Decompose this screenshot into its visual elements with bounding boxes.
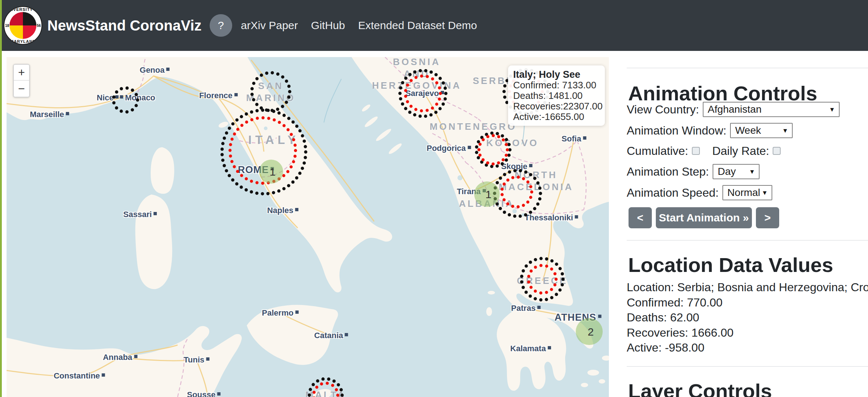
umd-logo-text-bottom: MARYLAND bbox=[4, 39, 41, 44]
view-country-row: View Country: Afghanistan ▼ bbox=[627, 101, 840, 117]
city-marker-icon bbox=[102, 373, 105, 377]
city-marker-icon bbox=[598, 315, 602, 318]
zoom-in-button[interactable]: + bbox=[14, 65, 29, 81]
country-label-montenegro: MONTENEGRO bbox=[429, 121, 516, 133]
cumulative-checkbox[interactable] bbox=[692, 147, 700, 155]
tooltip-line: Deaths: 1481.00 bbox=[513, 91, 600, 101]
daily-rate-label: Daily Rate: bbox=[712, 144, 769, 158]
city-label-sofia: Sofia bbox=[562, 134, 586, 144]
animation-speed-label: Animation Speed: bbox=[627, 186, 719, 200]
panel-divider bbox=[627, 240, 868, 241]
city-marker-icon bbox=[483, 189, 486, 192]
animation-speed-value[interactable]: Normal bbox=[722, 185, 772, 200]
tooltip-title: Italy; Holy See bbox=[513, 69, 600, 80]
umd-logo-text-top: UNIVERSITY OF bbox=[4, 7, 41, 12]
city-label-sousse: Sousse bbox=[187, 390, 221, 397]
country-label-albania: ALBANIA bbox=[459, 198, 514, 210]
help-button[interactable]: ? bbox=[210, 14, 232, 37]
country-label-kosovo: KOSOVO bbox=[486, 137, 539, 149]
city-label-thessaloniki: Thessaloniki bbox=[524, 213, 578, 222]
city-label-naples: Naples bbox=[267, 206, 298, 215]
city-label-rome: ROME bbox=[238, 164, 274, 176]
location-data-line: Location: Serbia; Bosnia and Herzegovina… bbox=[627, 280, 868, 295]
city-marker-icon bbox=[134, 355, 137, 358]
animation-step-label: Animation Step: bbox=[627, 165, 709, 179]
country-label-greece: GREECE bbox=[517, 275, 568, 287]
city-marker-icon bbox=[295, 208, 298, 211]
step-back-button[interactable]: < bbox=[629, 207, 652, 228]
city-marker-icon bbox=[154, 212, 157, 215]
city-marker-icon bbox=[234, 93, 238, 96]
city-label-palermo: Palermo bbox=[262, 308, 299, 318]
city-label-kalamata: Kalamata bbox=[510, 344, 551, 353]
nav-link-github[interactable]: GitHub bbox=[311, 19, 345, 32]
daily-rate-checkbox[interactable] bbox=[773, 147, 781, 155]
city-label-podgorica: Podgorica bbox=[427, 144, 471, 153]
city-label-sassari: Sassari bbox=[123, 210, 157, 219]
view-country-label: View Country: bbox=[627, 103, 699, 116]
animation-window-row: Animation Window: Week ▼ bbox=[627, 123, 793, 139]
city-marker-icon bbox=[468, 146, 471, 149]
animation-window-select[interactable]: Week ▼ bbox=[730, 123, 793, 138]
location-data-values: Location: Serbia; Bosnia and Herzegovina… bbox=[627, 280, 868, 356]
panel-divider bbox=[627, 366, 868, 367]
country-label-bosnia-and-herzegovina: BOSNIAANDHERZEGOVINA bbox=[372, 57, 461, 92]
nav-link-arxiv-paper[interactable]: arXiv Paper bbox=[241, 19, 298, 32]
panel-divider bbox=[627, 68, 868, 68]
city-marker-icon bbox=[529, 164, 532, 167]
city-label-tunis: Tunis bbox=[183, 355, 209, 365]
view-country-value[interactable]: Afghanistan bbox=[703, 102, 840, 117]
city-marker-icon bbox=[115, 95, 119, 99]
umd-logo: UNIVERSITY OF 18 56 MARYLAND bbox=[4, 6, 42, 45]
tooltip-line: Active:-16655.00 bbox=[513, 112, 600, 122]
location-data-line: Deaths: 62.00 bbox=[627, 310, 868, 325]
city-marker-icon bbox=[206, 357, 210, 361]
animation-step-select[interactable]: Day ▼ bbox=[713, 164, 760, 179]
city-label-annaba: Annaba bbox=[103, 353, 138, 362]
animation-window-value[interactable]: Week bbox=[730, 123, 793, 138]
map-hover-tooltip: Italy; Holy See Confirmed: 7133.00Deaths… bbox=[508, 65, 605, 126]
tooltip-line: Recoveries:22307.00 bbox=[513, 101, 600, 112]
start-animation-button[interactable]: Start Animation » bbox=[656, 207, 752, 228]
map-viewport[interactable]: GenoaNiceMonacoMarseilleFlorenceROMESass… bbox=[7, 57, 609, 397]
left-accent-stripe bbox=[0, 0, 2, 397]
nav-link-extended-dataset-demo[interactable]: Extended Dataset Demo bbox=[358, 19, 477, 32]
country-label-malta: MALTA bbox=[305, 389, 346, 397]
city-marker-icon bbox=[271, 167, 274, 171]
country-label-italy: ITALY bbox=[248, 132, 299, 147]
animation-window-label: Animation Window: bbox=[627, 124, 726, 137]
umd-logo-year-left: 18 bbox=[5, 24, 9, 28]
location-data-line: Confirmed: 770.00 bbox=[627, 295, 868, 310]
animation-step-value[interactable]: Day bbox=[713, 164, 760, 179]
animation-speed-select[interactable]: Normal ▼ bbox=[722, 185, 772, 200]
control-panel: Animation Controls View Country: Afghani… bbox=[619, 51, 868, 397]
city-label-florence: Florence bbox=[199, 91, 238, 100]
city-label-tirana: Tirana bbox=[457, 187, 486, 196]
city-marker-icon bbox=[538, 306, 541, 309]
city-label-nice: Nice bbox=[97, 93, 119, 103]
layer-controls-title: Layer Controls bbox=[628, 379, 772, 397]
city-label-athens: ATHENS bbox=[554, 312, 601, 323]
city-marker-icon bbox=[66, 112, 69, 115]
city-marker-icon bbox=[166, 68, 170, 71]
step-forward-button[interactable]: > bbox=[756, 207, 779, 228]
nav-links: arXiv PaperGitHubExtended Dataset Demo bbox=[241, 19, 477, 32]
umd-logo-seal bbox=[9, 12, 36, 39]
app-title: NewsStand CoronaViz bbox=[47, 17, 202, 34]
zoom-out-button[interactable]: − bbox=[14, 81, 29, 97]
city-label-patras: Patras bbox=[511, 304, 540, 313]
cumulative-label: Cumulative: bbox=[627, 144, 688, 158]
view-country-select[interactable]: Afghanistan ▼ bbox=[703, 102, 840, 117]
tooltip-line: Confirmed: 7133.00 bbox=[513, 80, 600, 91]
city-marker-icon bbox=[575, 215, 578, 218]
city-marker-icon bbox=[583, 136, 586, 140]
location-data-title: Location Data Values bbox=[628, 253, 833, 277]
city-marker-icon bbox=[295, 310, 298, 314]
city-marker-icon bbox=[548, 346, 551, 349]
city-label-catania: Catania bbox=[314, 331, 348, 340]
city-marker-icon bbox=[120, 95, 123, 99]
city-label-constantine: Constantine bbox=[53, 371, 105, 381]
city-label-monaco: Monaco bbox=[120, 93, 155, 103]
animation-buttons-row: < Start Animation » > bbox=[629, 207, 779, 228]
country-label-san-marino: SANMARINO bbox=[246, 80, 295, 104]
